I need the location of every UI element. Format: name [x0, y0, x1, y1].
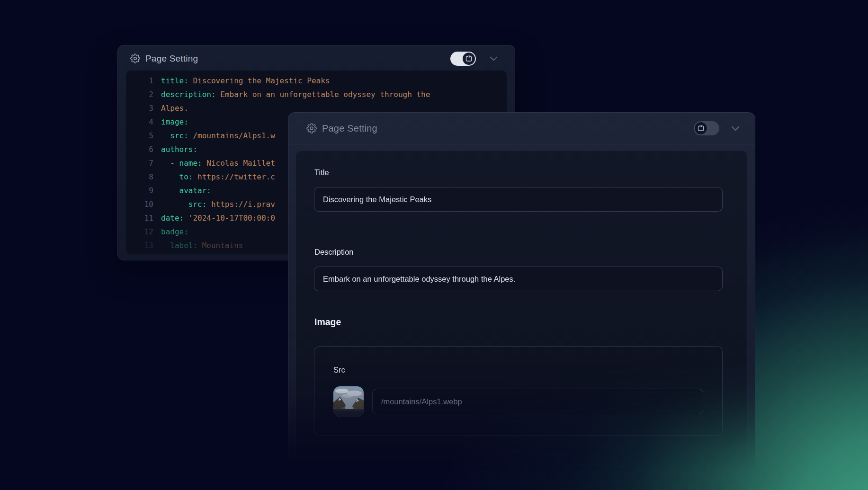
- description-input[interactable]: [314, 267, 723, 291]
- image-settings-group: Src: [314, 346, 723, 436]
- line-number: 13: [126, 239, 161, 252]
- line-number: 1: [126, 74, 161, 88]
- code-text: description: Embark on an unforgettable …: [161, 88, 507, 101]
- form-window-header: Page Setting: [306, 113, 741, 144]
- line-number: 8: [126, 170, 161, 184]
- page-setting-form-window: Page Setting Title Description Image Src: [288, 112, 755, 471]
- line-number: 2: [126, 88, 161, 101]
- line-number: 5: [126, 129, 161, 143]
- chevron-down-icon[interactable]: [730, 123, 741, 134]
- code-view-toggle[interactable]: [450, 52, 476, 66]
- description-field-label: Description: [314, 248, 354, 257]
- code-line: 2description: Embark on an unforgettable…: [126, 88, 507, 101]
- desktop-background: Page Setting 1title: Discovering the Maj…: [0, 0, 868, 490]
- window-title: Page Setting: [322, 123, 377, 134]
- image-src-input[interactable]: [372, 389, 703, 414]
- code-line: 1title: Discovering the Majestic Peaks: [126, 74, 507, 88]
- code-block-icon: [465, 55, 473, 62]
- code-window-header: Page Setting: [130, 45, 499, 71]
- line-number: 4: [126, 115, 161, 129]
- code-view-toggle[interactable]: [694, 121, 719, 135]
- src-field-label: Src: [333, 365, 345, 374]
- mountain-photo-thumbnail[interactable]: [333, 386, 364, 417]
- line-number: 9: [126, 184, 161, 197]
- title-field-label: Title: [314, 168, 329, 177]
- line-number: 7: [126, 156, 161, 170]
- toggle-knob: [463, 53, 475, 65]
- window-title: Page Setting: [145, 53, 198, 64]
- image-section-heading: Image: [314, 317, 341, 328]
- gear-icon: [306, 123, 317, 134]
- code-text: title: Discovering the Majestic Peaks: [161, 74, 507, 88]
- line-number: 10: [126, 197, 161, 211]
- code-block-icon: [697, 125, 705, 132]
- chevron-down-icon[interactable]: [488, 53, 499, 64]
- title-input[interactable]: [314, 187, 723, 212]
- src-row: [333, 386, 703, 417]
- form-card: Title Description Image Src: [295, 151, 748, 464]
- line-number: 3: [126, 101, 161, 115]
- toggle-knob: [695, 122, 707, 134]
- line-number: 11: [126, 211, 161, 225]
- line-number: 12: [126, 225, 161, 239]
- line-number: 6: [126, 143, 161, 156]
- gear-icon: [130, 53, 140, 63]
